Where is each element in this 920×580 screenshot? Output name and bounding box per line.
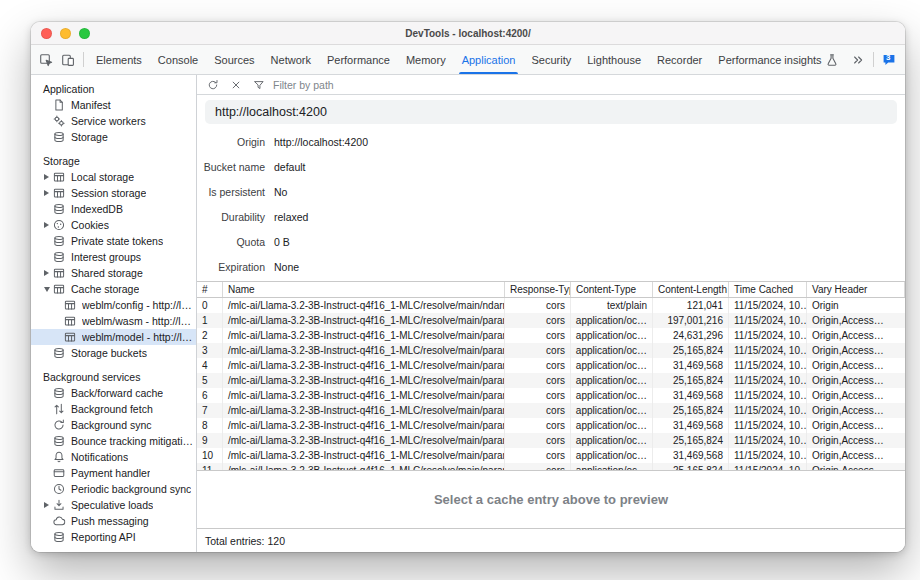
table-row[interactable]: 10/mlc-ai/Llama-3.2-3B-Instruct-q4f16_1-… (197, 448, 905, 463)
speech-bubble-icon (882, 53, 896, 67)
sidebar-item-session-storage[interactable]: Session storage (31, 185, 196, 201)
table-row[interactable]: 1/mlc-ai/Llama-3.2-3B-Instruct-q4f16_1-M… (197, 313, 905, 328)
table-row[interactable]: 4/mlc-ai/Llama-3.2-3B-Instruct-q4f16_1-M… (197, 358, 905, 373)
column-header-response-type[interactable]: Response-Type (505, 282, 571, 297)
tab-application[interactable]: Application (454, 45, 524, 74)
sidebar-item-periodic-background-sync[interactable]: Periodic background sync (31, 481, 196, 497)
table-cell: 25,165,824 (653, 463, 729, 470)
table-row[interactable]: 6/mlc-ai/Llama-3.2-3B-Instruct-q4f16_1-M… (197, 388, 905, 403)
sidebar-item-storage-buckets[interactable]: Storage buckets (31, 345, 196, 361)
window-zoom-button[interactable] (79, 28, 90, 39)
window-minimize-button[interactable] (60, 28, 71, 39)
sidebar-item-local-storage[interactable]: Local storage (31, 169, 196, 185)
table-cell: 121,041 (653, 298, 729, 313)
table-row[interactable]: 0/mlc-ai/Llama-3.2-3B-Instruct-q4f16_1-M… (197, 298, 905, 313)
table-row[interactable]: 9/mlc-ai/Llama-3.2-3B-Instruct-q4f16_1-M… (197, 433, 905, 448)
settings-button[interactable] (900, 49, 905, 71)
clock-icon (52, 482, 66, 496)
sidebar-item-label: Interest groups (71, 251, 141, 263)
table-cell: application/oc… (571, 373, 653, 388)
tab-performance[interactable]: Performance (319, 45, 398, 74)
database-icon (52, 346, 66, 360)
tree-arrow-collapsed-icon[interactable] (41, 174, 52, 180)
inspect-element-button[interactable] (35, 49, 57, 71)
more-tabs-button[interactable] (847, 49, 869, 71)
sidebar-item-label: Periodic background sync (71, 483, 191, 495)
tab-security[interactable]: Security (523, 45, 579, 74)
sidebar-item-storage[interactable]: Storage (31, 129, 196, 145)
table-row[interactable]: 5/mlc-ai/Llama-3.2-3B-Instruct-q4f16_1-M… (197, 373, 905, 388)
device-toolbar-button[interactable] (57, 49, 79, 71)
table-row[interactable]: 11/mlc-ai/Llama-3.2-3B-Instruct-q4f16_1-… (197, 463, 905, 470)
table-cell: application/oc… (571, 358, 653, 373)
column-header-vary-header[interactable]: Vary Header (807, 282, 905, 297)
tab-lighthouse[interactable]: Lighthouse (579, 45, 649, 74)
sidebar-item-indexeddb[interactable]: IndexedDB (31, 201, 196, 217)
tab-elements[interactable]: Elements (88, 45, 150, 74)
tab-sources[interactable]: Sources (206, 45, 262, 74)
meta-label: Is persistent (197, 186, 265, 198)
sidebar-item-payment-handler[interactable]: Payment handler (31, 465, 196, 481)
column-header-index[interactable]: # (197, 282, 223, 297)
column-header-content-length[interactable]: Content-Length (653, 282, 729, 297)
table-cell: application/oc… (571, 418, 653, 433)
sidebar-item-interest-groups[interactable]: Interest groups (31, 249, 196, 265)
sidebar-item-weblm-wasm-http-loca[interactable]: weblm/wasm - http://loca… (31, 313, 196, 329)
tree-arrow-collapsed-icon[interactable] (41, 190, 52, 196)
tree-arrow-expanded-icon[interactable] (41, 287, 52, 292)
tab-label: Memory (406, 54, 446, 66)
sidebar-item-manifest[interactable]: Manifest (31, 97, 196, 113)
table-cell: /mlc-ai/Llama-3.2-3B-Instruct-q4f16_1-ML… (223, 388, 505, 403)
sidebar-section-application: Application (31, 81, 196, 97)
sidebar-item-bounce-tracking-mitigations[interactable]: Bounce tracking mitigations (31, 433, 196, 449)
sidebar-item-private-state-tokens[interactable]: Private state tokens (31, 233, 196, 249)
sidebar-item-service-workers[interactable]: Service workers (31, 113, 196, 129)
column-header-time-cached[interactable]: Time Cached (729, 282, 807, 297)
table-row[interactable]: 2/mlc-ai/Llama-3.2-3B-Instruct-q4f16_1-M… (197, 328, 905, 343)
meta-label: Expiration (197, 261, 265, 273)
sidebar-item-cache-storage[interactable]: Cache storage (31, 281, 196, 297)
issues-counter-button[interactable]: 3 (878, 49, 900, 71)
sidebar-item-background-sync[interactable]: Background sync (31, 417, 196, 433)
refresh-button[interactable] (203, 76, 222, 94)
column-header-name[interactable]: Name (223, 282, 505, 297)
sidebar-item-background-fetch[interactable]: Background fetch (31, 401, 196, 417)
table-row[interactable]: 3/mlc-ai/Llama-3.2-3B-Instruct-q4f16_1-M… (197, 343, 905, 358)
tree-arrow-collapsed-icon[interactable] (41, 270, 52, 276)
table-cell: /mlc-ai/Llama-3.2-3B-Instruct-q4f16_1-ML… (223, 433, 505, 448)
table-cell: application/oc… (571, 313, 653, 328)
sidebar-item-label: Speculative loads (71, 499, 153, 511)
filter-by-path-input[interactable]: Filter by path (273, 79, 334, 91)
table-cell: 24,631,296 (653, 328, 729, 343)
tab-performance-insights[interactable]: Performance insights (710, 45, 846, 74)
sidebar-item-label: IndexedDB (71, 203, 123, 215)
sidebar-item-speculative-loads[interactable]: Speculative loads (31, 497, 196, 513)
table-row[interactable]: 8/mlc-ai/Llama-3.2-3B-Instruct-q4f16_1-M… (197, 418, 905, 433)
sidebar-tree: ApplicationManifestService workersStorag… (31, 81, 196, 545)
column-header-content-type[interactable]: Content-Type (571, 282, 653, 297)
sidebar-item-push-messaging[interactable]: Push messaging (31, 513, 196, 529)
tab-network[interactable]: Network (263, 45, 319, 74)
sidebar-item-weblm-model-http-loc[interactable]: weblm/model - http://loc… (31, 329, 196, 345)
tree-arrow-collapsed-icon[interactable] (41, 222, 52, 228)
sidebar-item-label: Local storage (71, 171, 134, 183)
document-icon (52, 98, 66, 112)
tree-arrow-collapsed-icon[interactable] (41, 502, 52, 508)
sidebar-item-back-forward-cache[interactable]: Back/forward cache (31, 385, 196, 401)
database-icon (52, 130, 66, 144)
table-row[interactable]: 7/mlc-ai/Llama-3.2-3B-Instruct-q4f16_1-M… (197, 403, 905, 418)
sidebar-section-storage: Storage (31, 153, 196, 169)
sidebar-item-shared-storage[interactable]: Shared storage (31, 265, 196, 281)
sidebar-item-cookies[interactable]: Cookies (31, 217, 196, 233)
sidebar-item-reporting-api[interactable]: Reporting API (31, 529, 196, 545)
meta-label: Bucket name (197, 161, 265, 173)
sidebar-item-weblm-config-http-loc[interactable]: weblm/config - http://loc… (31, 297, 196, 313)
tab-recorder[interactable]: Recorder (649, 45, 710, 74)
delete-selected-button[interactable] (226, 76, 245, 94)
sidebar-item-notifications[interactable]: Notifications (31, 449, 196, 465)
window-close-button[interactable] (41, 28, 52, 39)
meta-row-expiration: ExpirationNone (197, 254, 905, 279)
tab-memory[interactable]: Memory (398, 45, 454, 74)
tab-console[interactable]: Console (150, 45, 206, 74)
devtools-window: DevTools - localhost:4200/ ElementsConso… (31, 22, 905, 552)
